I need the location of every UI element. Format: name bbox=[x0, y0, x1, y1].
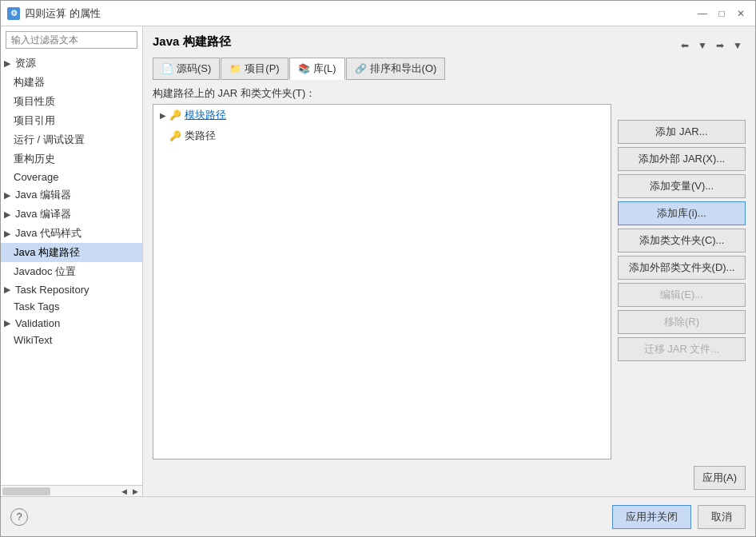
sidebar-item-label: Javadoc 位置 bbox=[14, 265, 76, 279]
nav-forward-icon[interactable]: ➡ bbox=[712, 38, 728, 54]
sidebar-item-label: 运行 / 调试设置 bbox=[14, 133, 85, 147]
sidebar-item-label: 资源 bbox=[15, 56, 36, 70]
tab-libraries[interactable]: 📚库(L) bbox=[289, 58, 345, 80]
nav-down-icon[interactable]: ▼ bbox=[694, 38, 710, 54]
nav-arrows: ⬅ ▼ ➡ ▼ bbox=[677, 38, 746, 54]
tab-icon-source: 📄 bbox=[161, 63, 173, 74]
tab-projects[interactable]: 📁项目(P) bbox=[221, 58, 288, 80]
sidebar-item-label: WikiText bbox=[14, 334, 52, 346]
sidebar-item-label: 重构历史 bbox=[14, 152, 55, 166]
sidebar-item-label: 构建器 bbox=[14, 75, 45, 90]
sidebar-item-java-build-path[interactable]: Java 构建路径 bbox=[1, 243, 142, 262]
right-panel: Java 构建路径 ⬅ ▼ ➡ ▼ 📄源码(S)📁项目(P)📚库(L)🔗排序和导… bbox=[143, 26, 755, 496]
expand-arrow-icon: ▶ bbox=[4, 229, 10, 239]
sidebar-scrollbar: ◀ ▶ bbox=[1, 485, 142, 496]
scroll-thumb[interactable] bbox=[2, 487, 50, 495]
btn-migrate-jar: 迁移 JAR 文件... bbox=[618, 337, 746, 361]
main-content: ▶资源构建器项目性质项目引用运行 / 调试设置重构历史Coverage▶Java… bbox=[1, 26, 755, 496]
tab-icon-projects: 📁 bbox=[229, 63, 241, 74]
sidebar-item-resources[interactable]: ▶资源 bbox=[1, 54, 142, 73]
title-bar-controls: — □ ✕ bbox=[694, 6, 749, 22]
tree-item-label: 模块路径 bbox=[185, 108, 226, 122]
tab-label-order-export: 排序和导出(O) bbox=[370, 62, 437, 76]
window: ⚙ 四则运算 的属性 — □ ✕ ▶资源构建器项目性质项目引用运行 / 调试设置… bbox=[0, 0, 756, 537]
sidebar-item-label: Coverage bbox=[14, 171, 58, 183]
sidebar-item-label: Task Repository bbox=[15, 284, 89, 296]
jar-item-class-path[interactable]: 🔑类路径 bbox=[153, 125, 611, 146]
sidebar-item-label: Validation bbox=[15, 317, 60, 329]
close-button[interactable]: ✕ bbox=[733, 6, 749, 22]
tree-item-icon: 🔑 bbox=[169, 130, 181, 141]
btn-add-library[interactable]: 添加库(i)... bbox=[618, 201, 746, 225]
minimize-button[interactable]: — bbox=[694, 6, 710, 22]
filter-input[interactable] bbox=[6, 31, 137, 49]
sidebar-item-javadoc[interactable]: Javadoc 位置 bbox=[1, 262, 142, 281]
apply-button[interactable]: 应用(A) bbox=[694, 466, 746, 490]
btn-remove: 移除(R) bbox=[618, 310, 746, 334]
tab-label-libraries: 库(L) bbox=[313, 62, 336, 76]
header-row: Java 构建路径 ⬅ ▼ ➡ ▼ bbox=[153, 34, 746, 56]
tab-label-source: 源码(S) bbox=[177, 62, 211, 76]
sidebar-item-label: Java 代码样式 bbox=[15, 226, 82, 241]
bottom-bar: ? 应用并关闭 取消 bbox=[1, 496, 755, 536]
sidebar-item-project-nature[interactable]: 项目性质 bbox=[1, 92, 142, 111]
expand-arrow-icon: ▶ bbox=[4, 58, 10, 69]
expand-arrow-icon: ▶ bbox=[4, 318, 10, 328]
jar-section: ▶🔑模块路径🔑类路径 bbox=[153, 104, 611, 459]
window-title: 四则运算 的属性 bbox=[25, 6, 101, 21]
jar-list: ▶🔑模块路径🔑类路径 bbox=[153, 104, 611, 459]
expand-arrow-icon: ▶ bbox=[4, 209, 10, 220]
nav-back-icon[interactable]: ⬅ bbox=[677, 38, 693, 54]
bottom-buttons: 应用并关闭 取消 bbox=[612, 505, 746, 529]
sidebar-list: ▶资源构建器项目性质项目引用运行 / 调试设置重构历史Coverage▶Java… bbox=[1, 52, 142, 485]
tab-source[interactable]: 📄源码(S) bbox=[153, 58, 220, 80]
sidebar-item-project-ref[interactable]: 项目引用 bbox=[1, 111, 142, 130]
scroll-left-button[interactable]: ◀ bbox=[118, 486, 129, 497]
jar-label: 构建路径上的 JAR 和类文件夹(T)： bbox=[153, 86, 746, 101]
expand-arrow-icon: ▶ bbox=[4, 190, 10, 201]
sidebar-item-validation[interactable]: ▶Validation bbox=[1, 315, 142, 332]
tab-order-export[interactable]: 🔗排序和导出(O) bbox=[346, 58, 446, 80]
sidebar-item-task-repository[interactable]: ▶Task Repository bbox=[1, 281, 142, 298]
btn-add-ext-class-folder[interactable]: 添加外部类文件夹(D)... bbox=[618, 256, 746, 280]
sidebar-item-label: Java 编译器 bbox=[15, 207, 71, 221]
window-icon: ⚙ bbox=[7, 7, 20, 20]
btn-add-class-folder[interactable]: 添加类文件夹(C)... bbox=[618, 229, 746, 253]
sidebar-item-java-editor[interactable]: ▶Java 编辑器 bbox=[1, 185, 142, 205]
sidebar-item-label: Task Tags bbox=[14, 300, 60, 312]
panel-title: Java 构建路径 bbox=[153, 34, 231, 50]
sidebar-item-label: 项目引用 bbox=[14, 113, 55, 128]
content-area: ▶🔑模块路径🔑类路径 添加 JAR...添加外部 JAR(X)...添加变量(V… bbox=[153, 104, 746, 459]
title-bar-left: ⚙ 四则运算 的属性 bbox=[7, 6, 101, 21]
btn-add-ext-jar[interactable]: 添加外部 JAR(X)... bbox=[618, 147, 746, 171]
apply-close-button[interactable]: 应用并关闭 bbox=[612, 505, 691, 529]
btn-add-jar[interactable]: 添加 JAR... bbox=[618, 120, 746, 144]
tree-item-icon: 🔑 bbox=[169, 109, 181, 121]
sidebar-item-label: Java 编辑器 bbox=[15, 188, 71, 202]
btn-add-variable[interactable]: 添加变量(V)... bbox=[618, 174, 746, 198]
btn-edit: 编辑(E)... bbox=[618, 283, 746, 307]
sidebar-item-builder[interactable]: 构建器 bbox=[1, 73, 142, 92]
scroll-right-button[interactable]: ▶ bbox=[129, 486, 141, 497]
tab-label-projects: 项目(P) bbox=[245, 62, 279, 76]
bottom-left: ? bbox=[10, 508, 28, 526]
help-button[interactable]: ? bbox=[10, 508, 28, 526]
nav-up-icon[interactable]: ▼ bbox=[730, 38, 746, 54]
sidebar-item-label: Java 构建路径 bbox=[14, 245, 80, 260]
jar-item-module-path[interactable]: ▶🔑模块路径 bbox=[153, 105, 611, 125]
sidebar-item-label: 项目性质 bbox=[14, 94, 55, 109]
sidebar-item-run-debug[interactable]: 运行 / 调试设置 bbox=[1, 130, 142, 149]
scroll-arrows: ◀ ▶ bbox=[118, 486, 141, 497]
maximize-button[interactable]: □ bbox=[714, 6, 730, 22]
cancel-button[interactable]: 取消 bbox=[698, 505, 746, 529]
sidebar-item-coverage[interactable]: Coverage bbox=[1, 169, 142, 185]
tree-item-label: 类路径 bbox=[185, 129, 216, 143]
tab-icon-libraries: 📚 bbox=[298, 63, 310, 74]
sidebar-item-java-code-style[interactable]: ▶Java 代码样式 bbox=[1, 224, 142, 243]
sidebar-item-task-tags[interactable]: Task Tags bbox=[1, 298, 142, 315]
sidebar-item-java-compiler[interactable]: ▶Java 编译器 bbox=[1, 205, 142, 224]
sidebar-item-refactor-history[interactable]: 重构历史 bbox=[1, 149, 142, 169]
sidebar-item-wikitext[interactable]: WikiText bbox=[1, 332, 142, 348]
tabs: 📄源码(S)📁项目(P)📚库(L)🔗排序和导出(O) bbox=[153, 58, 746, 80]
sidebar: ▶资源构建器项目性质项目引用运行 / 调试设置重构历史Coverage▶Java… bbox=[1, 26, 143, 496]
